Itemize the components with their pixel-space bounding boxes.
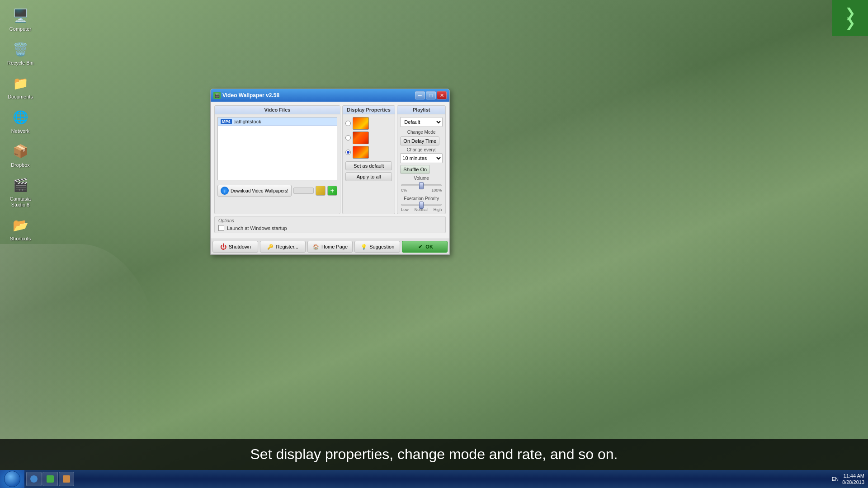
volume-title: Volume [400, 176, 443, 181]
volume-min-label: 0% [401, 188, 407, 192]
dialog-bottom-buttons: ⏻ Shutdown 🔑 Register... 🏠 Home Page 💡 S… [211, 239, 449, 254]
display-action-buttons: Set as default Apply to all [343, 161, 395, 184]
ok-button[interactable]: ✔ OK [402, 241, 448, 253]
radio-btn-2[interactable] [345, 135, 351, 141]
launch-startup-label: Launch at Windows startup [227, 225, 287, 231]
display-props-header: Display Properties [343, 106, 395, 114]
change-every-select[interactable]: 10 minutes [400, 153, 443, 163]
documents-label: Documents [8, 94, 33, 100]
taskbar-items [24, 470, 828, 488]
taskbar-item-icon-2 [47, 475, 54, 483]
suggestion-button[interactable]: 💡 Suggestion [354, 241, 400, 253]
thumb-row-1 [345, 117, 392, 130]
recycle-bin-label: Recycle Bin [7, 60, 33, 66]
shuffle-button[interactable]: Shuffle On [400, 165, 430, 174]
dropbox-label: Dropbox [11, 162, 30, 168]
home-page-button[interactable]: 🏠 Home Page [307, 241, 353, 253]
thumb-row-3 [345, 146, 392, 159]
volume-slider-container: 0% 100% [400, 183, 443, 192]
progress-bar [293, 188, 314, 194]
video-files-header: Video Files [215, 106, 340, 114]
launch-startup-checkbox[interactable] [218, 225, 224, 231]
thumbnail-3[interactable] [353, 146, 369, 159]
volume-slider-track[interactable] [401, 184, 442, 186]
video-file-badge: MP4 [221, 119, 232, 124]
radio-btn-3[interactable] [345, 150, 351, 155]
thumb-row-2 [345, 131, 392, 144]
playlist-header: Playlist [397, 106, 445, 114]
computer-icon: 🖥️ [11, 6, 29, 24]
home-icon: 🏠 [312, 243, 320, 250]
taskbar-item-3[interactable] [59, 472, 74, 486]
priority-slider-thumb[interactable] [419, 202, 424, 209]
desktop-icon-documents[interactable]: 📁 Documents [5, 72, 36, 102]
priority-slider-track[interactable] [401, 204, 442, 206]
dialog-title: Video Wallpaper v2.58 [222, 92, 413, 99]
radio-btn-1[interactable] [345, 121, 351, 126]
volume-slider-thumb[interactable] [419, 182, 424, 189]
execution-priority-section: Execution Priority Low Normal High [397, 194, 445, 214]
download-label: Download Video Wallpapers! [231, 188, 288, 193]
add-video-button[interactable]: + [327, 186, 337, 196]
desktop-icon-shortcuts[interactable]: 📂 Shortcuts [5, 214, 36, 244]
apply-to-all-button[interactable]: Apply to all [345, 172, 392, 181]
desktop-icon-recycle-bin[interactable]: 🗑️ Recycle Bin [5, 38, 36, 68]
start-button[interactable] [0, 470, 24, 488]
change-mode-section: Change Mode On Delay Time Change every: … [397, 130, 445, 174]
corner-widget[interactable]: ❯ ❯ [832, 0, 868, 36]
display-props-panel: Display Properties [342, 105, 395, 214]
window-controls: ─ □ ✕ [415, 91, 447, 99]
options-title: Options [218, 218, 442, 223]
main-sections-row: Video Files MP4 catfightstock ↓ Download… [214, 105, 446, 214]
taskbar-item-icon-1 [30, 475, 38, 483]
display-thumbnails [343, 114, 395, 161]
video-files-list[interactable]: MP4 catfightstock [217, 117, 337, 180]
close-button[interactable]: ✕ [437, 91, 447, 99]
taskbar-item-2[interactable] [42, 472, 58, 486]
taskbar-language: EN [832, 476, 839, 482]
desktop-icon-computer[interactable]: 🖥️ Computer [5, 5, 36, 34]
minimize-button[interactable]: ─ [415, 91, 425, 99]
shortcuts-icon: 📂 [11, 216, 29, 234]
suggestion-label: Suggestion [369, 244, 394, 249]
camtasia-icon: 🎬 [11, 176, 29, 194]
register-label: Register... [276, 244, 298, 249]
taskbar: EN 11:44 AM 8/28/2013 [0, 470, 868, 488]
taskbar-date: 8/28/2013 [842, 479, 864, 485]
execution-priority-title: Execution Priority [400, 196, 443, 201]
taskbar-clock: 11:44 AM 8/28/2013 [842, 473, 864, 486]
on-delay-time-button[interactable]: On Delay Time [400, 136, 439, 145]
shutdown-button[interactable]: ⏻ Shutdown [212, 241, 258, 253]
desktop-icon-dropbox[interactable]: 📦 Dropbox [5, 141, 36, 170]
caption-text: Set display properties, change mode and … [250, 446, 618, 462]
taskbar-item-1[interactable] [26, 472, 42, 486]
playlist-select[interactable]: Default [400, 117, 443, 127]
playlist-panel: Playlist Default Change Mode On Delay Ti… [397, 105, 446, 214]
thumbnail-1[interactable] [353, 117, 369, 130]
set-as-default-button[interactable]: Set as default [345, 161, 392, 170]
video-files-panel: Video Files MP4 catfightstock ↓ Download… [214, 105, 340, 214]
desktop-icon-area: 🖥️ Computer 🗑️ Recycle Bin 📁 Documents 🌐… [5, 5, 36, 244]
priority-low-label: Low [401, 207, 409, 212]
video-file-item[interactable]: MP4 catfightstock [218, 117, 337, 126]
download-button[interactable]: ↓ Download Video Wallpapers! [217, 185, 292, 197]
start-orb-icon [4, 471, 20, 487]
color-button[interactable] [316, 186, 326, 196]
network-label: Network [11, 128, 29, 134]
maximize-button[interactable]: □ [426, 91, 436, 99]
thumbnail-2[interactable] [353, 131, 369, 144]
change-every-label: Change every: [400, 147, 443, 152]
suggestion-icon: 💡 [360, 243, 368, 250]
change-mode-title: Change Mode [400, 130, 443, 135]
dropbox-icon: 📦 [11, 142, 29, 160]
desktop-icon-network[interactable]: 🌐 Network [5, 107, 36, 136]
shutdown-icon: ⏻ [220, 243, 227, 250]
ok-label: OK [425, 244, 433, 249]
taskbar-right: EN 11:44 AM 8/28/2013 [828, 473, 868, 486]
chevron-down-icon-2: ❯ [845, 18, 855, 28]
register-button[interactable]: 🔑 Register... [260, 241, 306, 253]
volume-max-label: 100% [431, 188, 442, 192]
launch-startup-row: Launch at Windows startup [218, 225, 442, 231]
priority-high-label: High [434, 207, 442, 212]
desktop-icon-camtasia[interactable]: 🎬 Camtasia Studio 8 [5, 174, 36, 210]
